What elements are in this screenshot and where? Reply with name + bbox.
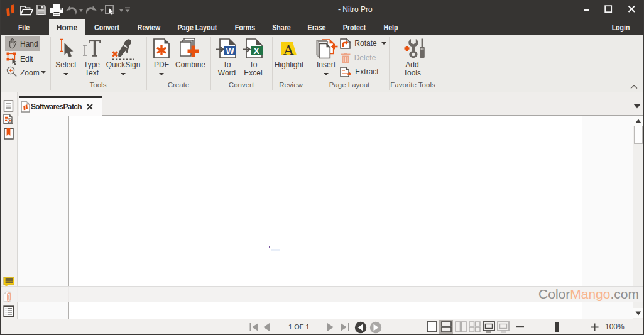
svg-text:X: X [254, 46, 260, 56]
svg-text:W: W [226, 46, 235, 56]
svg-text:A: A [283, 41, 295, 57]
